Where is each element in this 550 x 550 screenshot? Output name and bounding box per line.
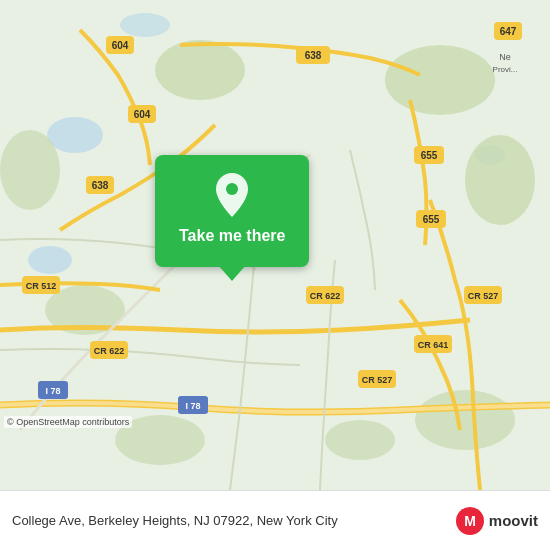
svg-point-11 (325, 420, 395, 460)
svg-text:655: 655 (423, 214, 440, 225)
svg-text:CR 527: CR 527 (468, 291, 499, 301)
svg-text:Provi...: Provi... (493, 65, 518, 74)
bottom-bar: College Ave, Berkeley Heights, NJ 07922,… (0, 490, 550, 550)
svg-point-46 (226, 183, 238, 195)
svg-text:CR 527: CR 527 (362, 375, 393, 385)
take-me-there-label: Take me there (179, 227, 285, 245)
svg-point-1 (47, 117, 103, 153)
svg-point-9 (0, 130, 60, 210)
svg-text:CR 512: CR 512 (26, 281, 57, 291)
svg-point-7 (465, 135, 535, 225)
svg-point-5 (155, 40, 245, 100)
map-attribution: © OpenStreetMap contributors (4, 416, 132, 428)
moovit-text: moovit (489, 512, 538, 529)
svg-text:I 78: I 78 (185, 401, 200, 411)
svg-text:647: 647 (500, 26, 517, 37)
svg-text:655: 655 (421, 150, 438, 161)
svg-point-3 (120, 13, 170, 37)
svg-text:CR 641: CR 641 (418, 340, 449, 350)
moovit-icon: M (455, 506, 485, 536)
svg-text:I 78: I 78 (45, 386, 60, 396)
svg-text:CR 622: CR 622 (94, 346, 125, 356)
map-container: 604 604 638 638 655 655 CR 512 CR 622 CR… (0, 0, 550, 490)
svg-text:CR 622: CR 622 (310, 291, 341, 301)
svg-text:638: 638 (305, 50, 322, 61)
svg-text:638: 638 (92, 180, 109, 191)
svg-text:604: 604 (112, 40, 129, 51)
take-me-there-button[interactable]: Take me there (155, 155, 309, 267)
svg-point-2 (28, 246, 72, 274)
svg-text:M: M (464, 513, 476, 529)
svg-point-10 (415, 390, 515, 450)
address-text: College Ave, Berkeley Heights, NJ 07922,… (12, 513, 455, 528)
svg-text:Ne: Ne (499, 52, 511, 62)
location-pin-icon (214, 173, 250, 217)
svg-point-6 (385, 45, 495, 115)
svg-text:604: 604 (134, 109, 151, 120)
moovit-logo: M moovit (455, 506, 538, 536)
